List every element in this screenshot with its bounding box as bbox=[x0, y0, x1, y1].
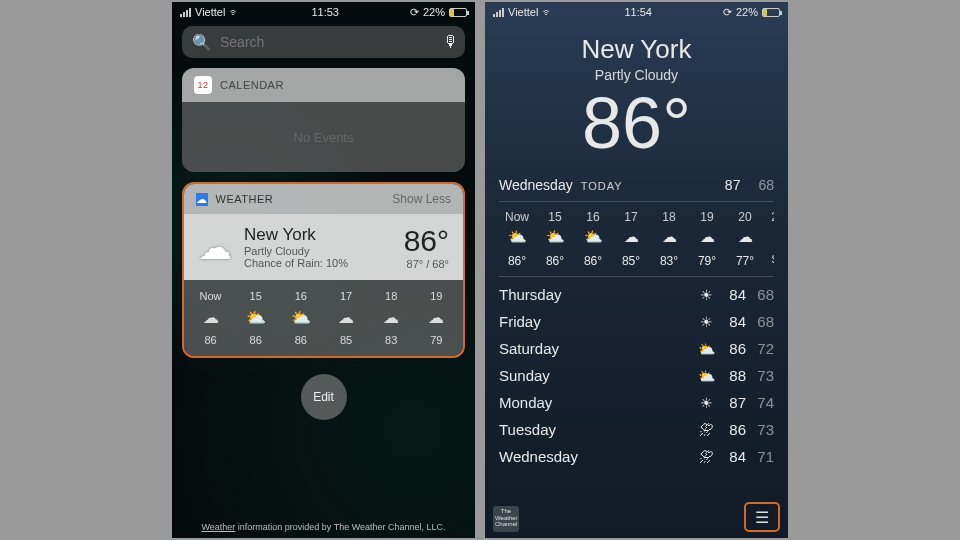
weather-current-temp: 86° bbox=[499, 87, 774, 159]
calendar-icon: 12 bbox=[194, 76, 212, 94]
hourly-cell: 19☁︎79 bbox=[415, 290, 458, 346]
current-weather-icon: ☁︎ bbox=[198, 227, 232, 267]
weather-link[interactable]: Weather bbox=[201, 522, 235, 532]
daily-row: Sunday⛅8873 bbox=[499, 362, 774, 389]
daily-row: Friday☀︎8468 bbox=[499, 308, 774, 335]
calendar-widget[interactable]: 12 CALENDAR No Events bbox=[182, 68, 465, 172]
daily-row: Wednesday⛈8471 bbox=[499, 443, 774, 470]
daily-row: Saturday⛅8672 bbox=[499, 335, 774, 362]
weather-widget[interactable]: ☁︎ WEATHER Show Less ☁︎ New York Partly … bbox=[182, 182, 465, 358]
daily-forecast-list[interactable]: Thursday☀︎8468Friday☀︎8468Saturday⛅8672S… bbox=[499, 281, 774, 470]
hourly-cell: Now☁︎86 bbox=[189, 290, 232, 346]
today-high: 87 bbox=[725, 177, 741, 193]
today-low: 68 bbox=[758, 177, 774, 193]
weather-attribution: Weather information provided by The Weat… bbox=[172, 522, 475, 532]
hourly-cell: 20:2🌅Suns bbox=[765, 210, 774, 268]
hourly-forecast-scroller[interactable]: Now⛅86°15⛅86°16⛅86°17☁︎85°18☁︎83°19☁︎79°… bbox=[499, 202, 774, 277]
status-bar: Viettel ᯤ 11:53 ⟳ 22% bbox=[172, 2, 475, 22]
spotlight-search[interactable]: 🔍 🎙︎ bbox=[182, 26, 465, 58]
calendar-no-events: No Events bbox=[182, 102, 465, 172]
widget-temp: 86° bbox=[404, 224, 449, 258]
hourly-cell: 15⛅86° bbox=[537, 210, 573, 268]
hourly-cell: Now⛅86° bbox=[499, 210, 535, 268]
signal-icon bbox=[493, 8, 504, 17]
widget-condition: Partly Cloudy bbox=[244, 245, 392, 257]
battery-pct: 22% bbox=[423, 6, 445, 18]
calendar-widget-title: CALENDAR bbox=[220, 79, 284, 91]
search-icon: 🔍 bbox=[192, 33, 212, 52]
hourly-cell: 18☁︎83 bbox=[370, 290, 413, 346]
rotation-lock-icon: ⟳ bbox=[410, 6, 419, 19]
rotation-lock-icon: ⟳ bbox=[723, 6, 732, 19]
status-bar: Viettel ᯤ 11:54 ⟳ 22% bbox=[485, 2, 788, 22]
locations-list-button[interactable]: ☰ bbox=[744, 502, 780, 532]
widget-hourly-forecast[interactable]: Now☁︎8615⛅8616⛅8617☁︎8518☁︎8319☁︎79 bbox=[184, 280, 463, 356]
widget-rain-chance: Chance of Rain: 10% bbox=[244, 257, 392, 269]
weather-widget-title: WEATHER bbox=[216, 193, 274, 205]
carrier-name: Viettel bbox=[508, 6, 538, 18]
carrier-name: Viettel bbox=[195, 6, 225, 18]
hourly-cell: 20☁︎77° bbox=[727, 210, 763, 268]
show-less-button[interactable]: Show Less bbox=[392, 192, 451, 206]
signal-icon bbox=[180, 8, 191, 17]
today-label: TODAY bbox=[581, 180, 623, 192]
edit-widgets-button[interactable]: Edit bbox=[301, 374, 347, 420]
daily-row: Tuesday⛈8673 bbox=[499, 416, 774, 443]
today-dayname: Wednesday bbox=[499, 177, 573, 193]
hourly-cell: 16⛅86 bbox=[279, 290, 322, 346]
weather-city: New York bbox=[499, 34, 774, 65]
daily-row: Thursday☀︎8468 bbox=[499, 281, 774, 308]
hourly-cell: 15⛅86 bbox=[234, 290, 277, 346]
hourly-cell: 17☁︎85 bbox=[324, 290, 367, 346]
status-time: 11:53 bbox=[311, 6, 339, 18]
hourly-cell: 18☁︎83° bbox=[651, 210, 687, 268]
status-time: 11:54 bbox=[624, 6, 652, 18]
phone-weather-app: Viettel ᯤ 11:54 ⟳ 22% New York Partly Cl… bbox=[485, 2, 788, 538]
battery-pct: 22% bbox=[736, 6, 758, 18]
phone-widgets-screen: Viettel ᯤ 11:53 ⟳ 22% 🔍 🎙︎ 12 CALENDAR bbox=[172, 2, 475, 538]
widget-city: New York bbox=[244, 225, 392, 245]
weather-condition: Partly Cloudy bbox=[499, 67, 774, 83]
hourly-cell: 17☁︎85° bbox=[613, 210, 649, 268]
today-summary-row: Wednesday TODAY 87 68 bbox=[499, 177, 774, 202]
battery-icon bbox=[449, 8, 467, 17]
wifi-icon: ᯤ bbox=[229, 6, 240, 18]
hourly-cell: 19☁︎79° bbox=[689, 210, 725, 268]
microphone-icon[interactable]: 🎙︎ bbox=[443, 33, 455, 51]
search-input[interactable] bbox=[220, 34, 435, 50]
weather-app-icon: ☁︎ bbox=[196, 193, 208, 206]
wifi-icon: ᯤ bbox=[542, 6, 553, 18]
hourly-cell: 16⛅86° bbox=[575, 210, 611, 268]
battery-icon bbox=[762, 8, 780, 17]
daily-row: Monday☀︎8774 bbox=[499, 389, 774, 416]
widget-hilo: 87° / 68° bbox=[404, 258, 449, 270]
weather-channel-logo[interactable]: The Weather Channel bbox=[493, 506, 519, 532]
